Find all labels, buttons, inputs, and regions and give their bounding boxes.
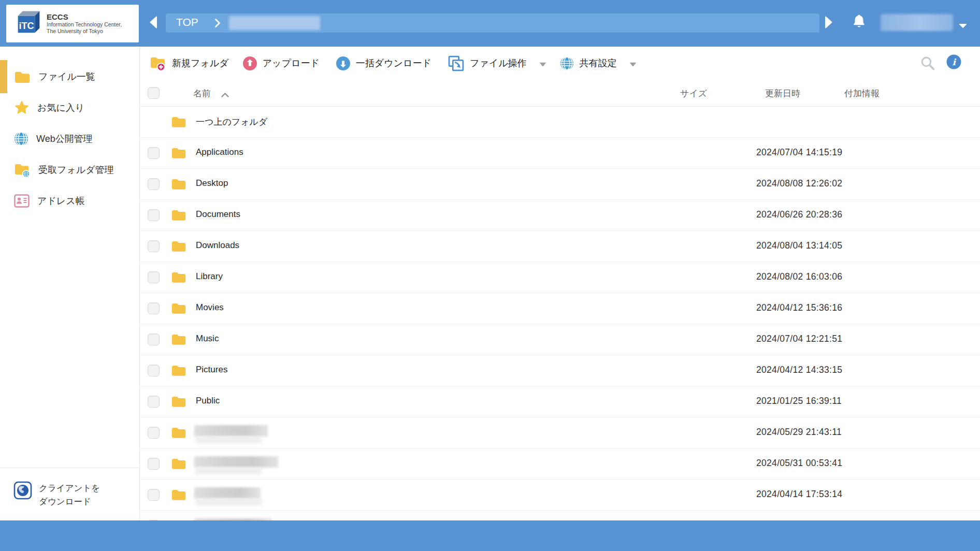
- row-checkbox[interactable]: [148, 458, 160, 470]
- globe-app-icon: [13, 481, 32, 500]
- user-menu-chevron-down-icon[interactable]: [958, 21, 968, 31]
- table-row[interactable]: Documents 2024/06/26 20:28:36: [140, 200, 980, 231]
- file-list: 一つ上のフォルダ Applications 2024/07/04 14:15:1…: [140, 107, 980, 520]
- file-operations-icon: [448, 55, 464, 71]
- sidebar-item-label: 受取フォルダ管理: [38, 164, 114, 176]
- folder-icon: [171, 239, 186, 255]
- table-row[interactable]: 2024/04/14 17:53:14: [140, 480, 980, 511]
- bulk-download-button[interactable]: 一括ダウンロード: [336, 56, 431, 70]
- share-settings-chevron-down-icon[interactable]: [629, 60, 637, 69]
- download-client-label: クライアントを ダウンロード: [39, 481, 100, 508]
- folder-icon: [171, 208, 186, 224]
- folder-globe-icon: [14, 162, 31, 178]
- select-all-checkbox[interactable]: [148, 87, 160, 99]
- folder-name[interactable]: Desktop: [196, 178, 228, 189]
- info-icon[interactable]: i: [946, 54, 961, 71]
- user-name-redacted[interactable]: [881, 14, 953, 31]
- sidebar-nav: ファイル一覧 お気に入り Web公開管理: [0, 47, 139, 216]
- table-row[interactable]: Public 2021/01/25 16:39:11: [140, 386, 980, 417]
- share-settings-button[interactable]: 共有設定: [560, 56, 637, 70]
- row-checkbox[interactable]: [148, 178, 160, 190]
- sidebar-item-web-publish[interactable]: Web公開管理: [0, 123, 139, 154]
- table-row[interactable]: Movies 2024/04/12 15:36:16: [140, 293, 980, 324]
- folder-name[interactable]: 一つ上のフォルダ: [196, 116, 267, 128]
- updated-timestamp: 2024/04/12 15:36:16: [756, 302, 842, 313]
- folder-icon: [171, 488, 186, 503]
- forward-arrow-icon[interactable]: [825, 16, 833, 31]
- redacted-folder-name: [194, 487, 261, 499]
- table-row[interactable]: Applications 2024/07/04 14:15:19: [140, 138, 980, 169]
- table-row[interactable]: Desktop 2024/08/08 12:26:02: [140, 169, 980, 200]
- sidebar-item-address-book[interactable]: アドレス帳: [0, 185, 139, 216]
- folder-icon: [171, 146, 186, 162]
- column-header-name[interactable]: 名前: [193, 88, 211, 99]
- table-row[interactable]: Downloads 2024/08/04 13:14:05: [140, 231, 980, 262]
- row-checkbox[interactable]: [148, 147, 160, 159]
- file-operations-chevron-down-icon[interactable]: [539, 60, 546, 69]
- folder-icon: [171, 301, 186, 317]
- svg-text:iTC: iTC: [19, 20, 34, 31]
- updated-timestamp: 2024/07/04 12:21:51: [756, 334, 842, 344]
- eccs-file-manager: iTC ECCS Information Technology Center, …: [0, 0, 980, 551]
- table-row[interactable]: 2024/05/29 21:43:11: [140, 417, 980, 448]
- sidebar-item-receive-folder[interactable]: 受取フォルダ管理: [0, 154, 139, 185]
- breadcrumb-top[interactable]: TOP: [176, 16, 198, 28]
- parent-folder-row[interactable]: 一つ上のフォルダ: [140, 107, 980, 138]
- folder-icon: [171, 395, 186, 410]
- sidebar-item-label: ファイル一覧: [38, 70, 95, 83]
- updated-timestamp: 2024/05/31 00:53:41: [756, 458, 842, 469]
- breadcrumb-chevron-icon: [214, 18, 221, 30]
- folder-icon: [171, 457, 186, 472]
- search-icon[interactable]: [920, 55, 936, 74]
- toolbar: 新規フォルダ アップロード 一括ダウンロード: [140, 47, 980, 80]
- table-row[interactable]: Pictures 2024/04/12 14:33:15: [140, 355, 980, 386]
- updated-timestamp: 2024/04/12 14:33:15: [756, 365, 842, 375]
- updated-timestamp: 2024/08/08 12:26:02: [756, 178, 842, 189]
- logo-subtitle-2: The University of Tokyo: [47, 28, 122, 35]
- column-header-size[interactable]: サイズ: [680, 88, 707, 99]
- row-checkbox[interactable]: [148, 271, 160, 283]
- folder-name[interactable]: Applications: [196, 147, 243, 157]
- sidebar-item-favorites[interactable]: お気に入り: [0, 92, 139, 123]
- updated-timestamp: 2024/08/02 16:03:06: [756, 271, 842, 282]
- sidebar-item-label: アドレス帳: [37, 195, 85, 207]
- eccs-logo[interactable]: iTC ECCS Information Technology Center, …: [6, 5, 139, 42]
- updated-timestamp: 2024/04/14 17:53:14: [756, 489, 842, 500]
- folder-name[interactable]: Music: [196, 334, 219, 344]
- folder-icon: [171, 426, 186, 441]
- column-header-info[interactable]: 付加情報: [844, 88, 880, 99]
- row-checkbox[interactable]: [148, 365, 160, 376]
- row-checkbox[interactable]: [148, 334, 160, 345]
- upload-button[interactable]: アップロード: [243, 56, 320, 70]
- table-row[interactable]: Library 2024/08/02 16:03:06: [140, 262, 980, 293]
- folder-name[interactable]: Movies: [196, 302, 224, 313]
- row-checkbox[interactable]: [148, 240, 160, 252]
- breadcrumb-current-redacted: [229, 16, 320, 30]
- table-row[interactable]: 2024/05/31 00:53:41: [140, 448, 980, 480]
- new-folder-button[interactable]: 新規フォルダ: [150, 55, 229, 71]
- row-checkbox[interactable]: [148, 427, 160, 439]
- folder-name[interactable]: Library: [196, 271, 223, 282]
- sidebar-item-file-list[interactable]: ファイル一覧: [0, 61, 139, 92]
- row-checkbox[interactable]: [148, 396, 160, 408]
- table-row[interactable]: [140, 511, 980, 520]
- row-checkbox[interactable]: [148, 489, 160, 501]
- folder-name[interactable]: Downloads: [196, 240, 239, 251]
- row-checkbox[interactable]: [148, 209, 160, 221]
- notification-bell-icon[interactable]: [852, 13, 867, 32]
- folder-icon: [171, 332, 186, 348]
- breadcrumb: TOP: [166, 13, 819, 33]
- upload-icon: [243, 56, 257, 70]
- folder-name[interactable]: Public: [196, 396, 220, 406]
- folder-name[interactable]: Documents: [196, 209, 240, 220]
- back-arrow-icon[interactable]: [149, 16, 157, 31]
- row-checkbox[interactable]: [148, 302, 160, 314]
- column-header-updated[interactable]: 更新日時: [765, 88, 800, 99]
- table-row[interactable]: Music 2024/07/04 12:21:51: [140, 324, 980, 355]
- folder-name[interactable]: Pictures: [196, 365, 227, 375]
- folder-icon: [171, 115, 186, 130]
- download-client-button[interactable]: クライアントを ダウンロード: [0, 468, 139, 508]
- sidebar-item-label: お気に入り: [37, 102, 84, 114]
- updated-timestamp: 2024/08/04 13:14:05: [756, 240, 842, 251]
- file-operations-button[interactable]: ファイル操作: [448, 55, 546, 71]
